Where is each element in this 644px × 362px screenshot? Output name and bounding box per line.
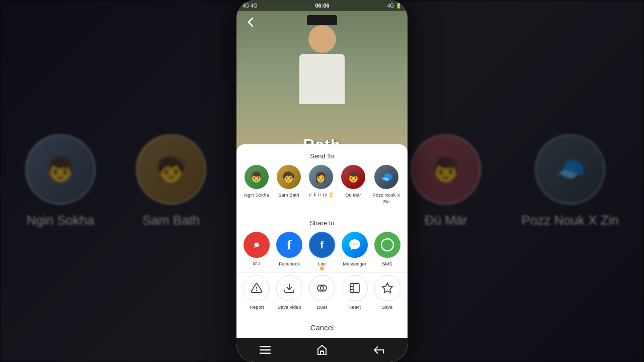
- phone-frame: Rath 4G 4G 06:06 4G 🔋 Send To 👦: [236, 0, 408, 362]
- action-report[interactable]: Report: [243, 275, 271, 310]
- action-save-video[interactable]: Save video: [275, 275, 303, 310]
- bg-profile-sam-bath: 🧒 Sam Bath: [136, 134, 206, 228]
- svg-rect-8: [350, 284, 359, 293]
- cancel-button[interactable]: Cancel: [236, 316, 408, 337]
- status-bar: 4G 4G 06:06 4G 🔋: [236, 0, 408, 11]
- bg-profile-pozz-nouk: 🧢 Pozz Nouk X Zin: [521, 134, 619, 228]
- action-save[interactable]: Save: [373, 275, 401, 310]
- share-sms-label: SMS: [382, 261, 392, 266]
- share-lite-label: Lite: [318, 261, 326, 266]
- contact-name-pozz-nouk: Pozz Nouk X Zin: [372, 192, 400, 205]
- network-indicator: 4G 4G: [243, 3, 257, 9]
- contact-avatar-emoji: 👩: [314, 171, 327, 183]
- action-duet-label: Duet: [317, 304, 327, 310]
- action-react[interactable]: React: [341, 275, 369, 310]
- contact-pozz-nouk[interactable]: 🧢 Pozz Nouk X Zin: [372, 165, 400, 205]
- bg-profile-du-mar: 👦 Đü Mär: [411, 134, 481, 228]
- contact-name-ngin-sokha: Ngin Sokha: [244, 192, 269, 198]
- svg-rect-15: [260, 353, 271, 354]
- share-sos[interactable]: សារ: [243, 232, 271, 266]
- clock: 06:06: [315, 3, 329, 9]
- contact-avatar-emoji: 🧢: [380, 171, 393, 183]
- nav-home-button[interactable]: [312, 340, 332, 360]
- send-to-section: Send To 👦 Ngin Sokha 🧒 Sam Bath: [236, 144, 408, 211]
- contact-name-sam-bath: Sam Bath: [278, 192, 299, 198]
- action-save-video-label: Save video: [278, 304, 301, 310]
- share-lite[interactable]: f Lite: [308, 232, 336, 266]
- svg-marker-12: [382, 283, 392, 293]
- share-to-title: Share to: [236, 211, 408, 232]
- share-sos-label: សារ: [252, 261, 262, 266]
- action-react-label: React: [348, 304, 361, 310]
- contacts-row: 👦 Ngin Sokha 🧒 Sam Bath 👩 ភ្នំពេញ 🎗️: [236, 165, 408, 211]
- battery-icon: 🔋: [395, 3, 401, 9]
- bottom-navigation: [236, 338, 408, 362]
- contact-name-3: ភ្នំពេញ 🎗️: [308, 192, 335, 198]
- contact-avatar-emoji: 👦: [250, 171, 263, 183]
- nav-back-button[interactable]: [369, 340, 389, 360]
- contact-3[interactable]: 👩 ភ្នំពេញ 🎗️: [308, 165, 335, 198]
- bg-profile-ngin-sokha: 👦 Ngin Sokha: [25, 134, 96, 228]
- action-save-label: Save: [382, 304, 393, 310]
- signal-indicator: 4G: [387, 3, 394, 9]
- action-duet[interactable]: Duet: [308, 275, 336, 310]
- contact-avatar-emoji: 🧒: [282, 171, 295, 183]
- svg-rect-14: [260, 349, 271, 351]
- share-messenger-label: Messenger: [343, 261, 366, 266]
- action-report-label: Report: [250, 304, 264, 310]
- svg-point-2: [381, 239, 393, 251]
- actions-row: Report Save video: [236, 273, 408, 316]
- contact-ngin-sokha[interactable]: 👦 Ngin Sokha: [244, 165, 270, 198]
- bottom-sheet: Send To 👦 Ngin Sokha 🧒 Sam Bath: [236, 144, 408, 362]
- contact-du-mar[interactable]: 👦 Đü Mär: [340, 165, 366, 198]
- share-facebook[interactable]: f Facebook: [275, 232, 303, 266]
- share-facebook-label: Facebook: [279, 261, 300, 266]
- contact-name-du-mar: Đü Mär: [346, 192, 361, 198]
- share-messenger[interactable]: Messenger: [341, 232, 369, 266]
- svg-rect-13: [260, 346, 271, 347]
- svg-point-1: [255, 243, 259, 247]
- contact-sam-bath[interactable]: 🧒 Sam Bath: [276, 165, 302, 198]
- share-to-section: Share to សារ f: [236, 211, 408, 273]
- send-to-title: Send To: [236, 144, 408, 165]
- contact-avatar-emoji: 👦: [347, 171, 360, 183]
- share-sms[interactable]: SMS: [373, 232, 401, 266]
- back-button[interactable]: [243, 14, 259, 30]
- nav-menu-button[interactable]: [255, 340, 275, 360]
- share-apps-row: សារ f Facebook f Lite: [236, 232, 408, 273]
- scroll-dot-indicator: [320, 266, 324, 270]
